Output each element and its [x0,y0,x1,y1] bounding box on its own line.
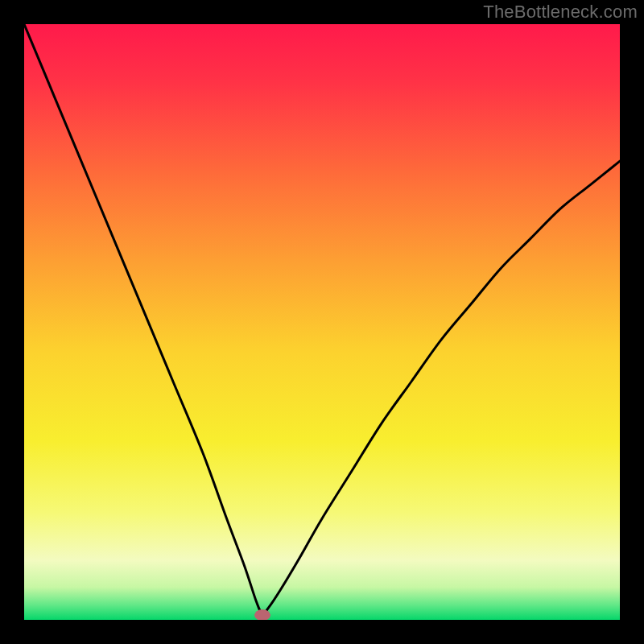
chart-plot-area [24,24,620,620]
watermark-text: TheBottleneck.com [483,2,638,23]
gradient-background [24,24,620,620]
bottleneck-chart [24,24,620,620]
